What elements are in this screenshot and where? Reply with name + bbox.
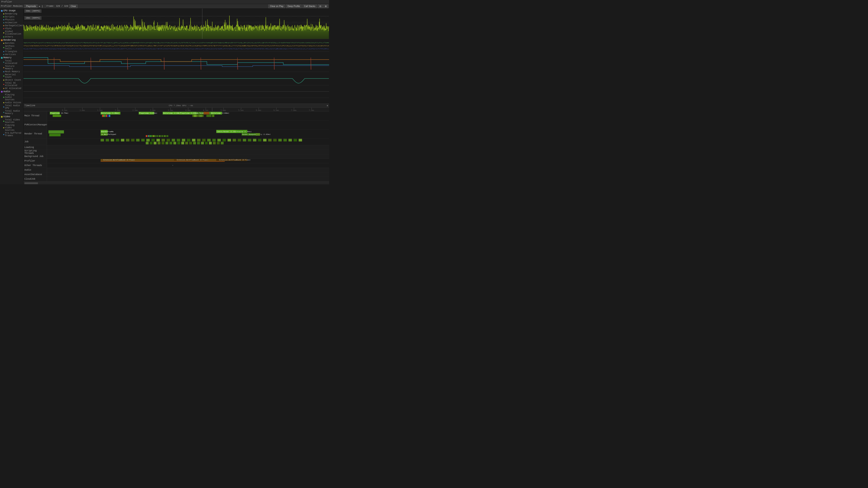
sidebar-item-triangles[interactable]: Triangles [0, 50, 23, 53]
sidebar-item-total-audio-mem[interactable]: Total Audio Memory [0, 109, 23, 115]
vsync-dot [3, 28, 4, 29]
sidebar-item-gc[interactable]: GarbageCollector [0, 24, 23, 27]
sidebar-audio-label: Audio [3, 90, 10, 93]
sidebar-item-playing-audio[interactable]: Playing Audio Sources [0, 93, 23, 101]
content-area: 33ms (30FPS) 16ms (60FPS) [24, 8, 329, 184]
ruler-canvas [24, 108, 329, 111]
otherthreads-track: Other Threads [24, 163, 329, 168]
cpu-gpu-info: CPU 7.29ms GPU: --ms [168, 105, 193, 107]
call-stacks-btn[interactable]: Call Stacks [303, 4, 317, 8]
sidebar-item-material-count[interactable]: Material Count [0, 73, 23, 78]
titlebar-title: Profiler [1, 1, 12, 3]
sidebar-item-gc-alloc[interactable]: GC Allocated [0, 87, 23, 90]
sidebar-rendering-label: Rendering [3, 39, 16, 41]
h-scrollbar[interactable] [24, 182, 329, 184]
main-thread-canvas[interactable] [47, 111, 329, 120]
sidebar-item-rendering[interactable]: Rendering [0, 12, 23, 15]
timeline-tracks[interactable]: Main Thread PVRContextManager Render Thr… [24, 111, 329, 182]
sidebar-item-total-video[interactable]: Total Video Sources [0, 119, 23, 124]
expand-btn[interactable]: ⊞ [323, 4, 328, 8]
scripting-content[interactable] [47, 150, 329, 154]
audio-track-content[interactable] [47, 168, 329, 172]
deep-profile-btn[interactable]: Deep Profile [286, 4, 302, 8]
sidebar-section-memory[interactable]: Memory [0, 56, 23, 59]
job-canvas[interactable] [47, 138, 329, 145]
video-canvas[interactable] [24, 86, 329, 98]
sidebar-item-scripts[interactable]: Scripts [0, 15, 23, 18]
h-scroll-thumb[interactable] [24, 182, 38, 184]
profiler-canvas[interactable] [47, 159, 329, 163]
rendering-canvas[interactable] [24, 39, 329, 51]
animation-dot [3, 22, 4, 23]
sidebar-item-object-count[interactable]: Object Count [0, 78, 23, 82]
scripting-track: Scripting Threads [24, 150, 329, 154]
assetdb-track: AssetDatabase [24, 172, 329, 177]
timeline-close-btn[interactable]: × [327, 104, 328, 107]
pvr-content[interactable] [47, 121, 329, 129]
sidebar-item-mesh-mem[interactable]: Mesh Memory [0, 70, 23, 73]
sidebar-section-cpu[interactable]: CPU Usage [0, 9, 23, 12]
job-content[interactable] [47, 138, 329, 145]
gi-dot [3, 32, 4, 33]
sidebar-item-animation[interactable]: Animation [0, 21, 23, 24]
sidebar-section-video[interactable]: Video [0, 115, 23, 119]
timeline-ruler [24, 108, 329, 111]
bgjob-track: Background Job [24, 154, 329, 159]
clear-btn[interactable]: Clear [69, 4, 78, 8]
cpu-dot [1, 10, 3, 12]
memory-canvas[interactable] [24, 52, 329, 72]
toolbar-modules: Profiler Modules [1, 5, 23, 7]
sidebar-item-prebuffered[interactable]: Pre-buffered frames [0, 132, 23, 137]
memory-chart [24, 52, 329, 72]
timeline-section: Timeline CPU 7.29ms GPU: --ms × Main Thr… [24, 103, 329, 184]
sidebar-item-gi[interactable]: Global Illumination [0, 30, 23, 35]
profiler-track: Profiler [24, 159, 329, 163]
render-thread-content[interactable] [47, 129, 329, 138]
sidebar-video-label: Video [3, 116, 10, 118]
sidebar-item-total-gc[interactable]: Total GC Allocated [0, 82, 23, 87]
sidebar-item-texture-mem[interactable]: Texture Memory [0, 65, 23, 70]
cloudjob-label: CloudJob [24, 177, 47, 181]
sidebar-item-audio-voices[interactable]: Audio Voices [0, 101, 23, 104]
sidebar-item-total-alloc[interactable]: Total Allocated [0, 59, 23, 65]
charts-area: 33ms (30FPS) 16ms (60FPS) [24, 8, 329, 103]
sidebar-item-setpass[interactable]: SetPass Calls [0, 45, 23, 50]
sidebar-item-playing-video[interactable]: Playing Video Sources [0, 124, 23, 132]
assetdb-content[interactable] [47, 172, 329, 177]
profiler-content[interactable] [47, 159, 329, 163]
others-dot [3, 36, 4, 37]
render-thread-canvas[interactable] [47, 129, 329, 138]
render-thread-track: Render Thread [24, 129, 329, 138]
memory-dot [1, 57, 3, 59]
sidebar-item-vertices[interactable]: Vertices [0, 53, 23, 56]
loading-content[interactable] [47, 145, 329, 150]
sidebar-item-others[interactable]: Others [0, 35, 23, 38]
frame-label: Frame: 329 / 329 [46, 5, 68, 7]
collapse-btn[interactable]: ⊟ [318, 4, 323, 8]
clear-on-play-btn[interactable]: Clear on Play [268, 4, 285, 8]
sidebar-section-rendering[interactable]: Rendering [0, 38, 23, 42]
timeline-label: Timeline [24, 104, 35, 107]
sidebar-item-physics[interactable]: Physics [0, 18, 23, 21]
otherthreads-content[interactable] [47, 163, 329, 168]
assetdb-label: AssetDatabase [24, 172, 47, 177]
other-threads-canvas[interactable] [47, 163, 329, 168]
cloudjob-content[interactable] [47, 177, 329, 181]
sidebar-item-batches[interactable]: Batches [0, 42, 23, 45]
playmode-btn[interactable]: Playmode [24, 4, 37, 8]
loading-label: Loading [24, 145, 47, 150]
bgjob-label: Background Job [24, 154, 47, 159]
gc-dot [3, 25, 4, 26]
sidebar-item-total-audio-cpu[interactable]: Total Audio CPU [0, 104, 23, 109]
cpu-canvas[interactable] [24, 8, 329, 39]
bgjob-content[interactable] [47, 154, 329, 159]
otherthreads-label: Other Threads [24, 163, 47, 168]
cloudjob-track: CloudJob [24, 177, 329, 182]
main-thread-content[interactable] [47, 111, 329, 120]
audio-canvas[interactable] [24, 72, 329, 85]
profiler-label: Profiler [24, 159, 47, 163]
sidebar-item-vsync[interactable]: VSync [0, 27, 23, 30]
physics-dot [3, 19, 4, 20]
audio-track: Audio [24, 168, 329, 172]
sidebar-section-audio[interactable]: Audio [0, 90, 23, 93]
